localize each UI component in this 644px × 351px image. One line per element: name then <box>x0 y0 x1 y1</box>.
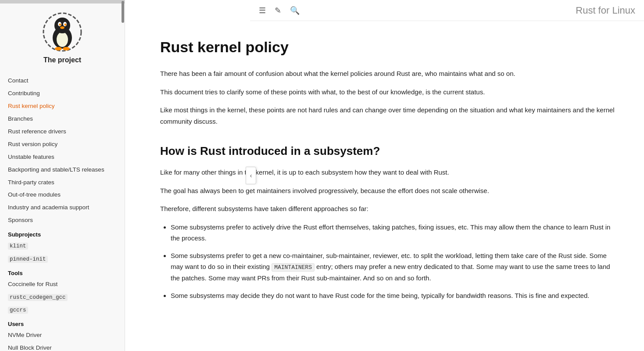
menu-icon[interactable]: ☰ <box>259 6 266 15</box>
collapse-sidebar-button[interactable]: ‹ <box>246 167 256 184</box>
section1-para-1: Like for many other things in the kernel… <box>160 167 618 178</box>
list-item: Some subsystems prefer to get a new co-m… <box>171 250 618 284</box>
intro-para-1: There has been a fair amount of confusio… <box>160 68 618 79</box>
sidebar-item-third-party-crates[interactable]: Third-party crates <box>4 176 120 189</box>
main-content: Rust kernel policy There has been a fair… <box>125 21 644 351</box>
sidebar-item-klint[interactable]: klint <box>4 240 120 252</box>
sidebar-item-null-block-driver[interactable]: Null Block Driver <box>4 342 120 351</box>
sidebar-item-backporting[interactable]: Backporting and stable/LTS releases <box>4 164 120 176</box>
sidebar-logo-area: The project <box>0 4 125 75</box>
svg-point-8 <box>60 26 64 29</box>
sidebar-item-nvme-driver[interactable]: NVMe Driver <box>4 329 120 342</box>
main-wrapper: ☰ ✎ 🔍 Rust for Linux ‹ Rust kernel polic… <box>125 0 644 351</box>
list-item: Some subsystems prefer to actively drive… <box>171 222 618 244</box>
section1-title: How is Rust introduced in a subsystem? <box>160 144 618 158</box>
sidebar-item-unstable-features[interactable]: Unstable features <box>4 151 120 164</box>
sidebar-item-branches[interactable]: Branches <box>4 113 120 125</box>
approaches-list: Some subsystems prefer to actively drive… <box>171 222 618 301</box>
users-label: Users <box>4 316 120 329</box>
sidebar-item-rust-version-policy[interactable]: Rust version policy <box>4 138 120 151</box>
sidebar-item-contact[interactable]: Contact <box>4 75 120 87</box>
sidebar-item-rust-kernel-policy[interactable]: Rust kernel policy <box>4 100 120 113</box>
tools-label: Tools <box>4 265 120 278</box>
section1-para-3: Therefore, different subsystems have tak… <box>160 203 618 215</box>
sidebar-item-gccrs[interactable]: gccrs <box>4 304 120 316</box>
intro-para-3: Like most things in the kernel, these po… <box>160 104 618 127</box>
svg-point-3 <box>54 18 70 33</box>
subprojects-label: Subprojects <box>4 227 120 240</box>
svg-point-6 <box>59 24 61 26</box>
tools: Coccinelle for Rustrustc_codegen_gccgccr… <box>4 278 120 316</box>
svg-point-7 <box>64 24 67 26</box>
sidebar-project-title: The project <box>43 56 81 64</box>
sidebar-item-rustcodegen[interactable]: rustc_codegen_gcc <box>4 291 120 304</box>
sidebar-item-coccinelle[interactable]: Coccinelle for Rust <box>4 278 120 291</box>
section1-para-2: The goal has always been to get maintain… <box>160 185 618 197</box>
svg-point-10 <box>63 47 70 50</box>
sidebar-item-out-of-tree-modules[interactable]: Out-of-tree modules <box>4 189 120 201</box>
users: NVMe DriverNull Block DriverAndroid Bind… <box>4 329 120 351</box>
sidebar-item-pinned-init[interactable]: pinned-init <box>4 253 120 265</box>
page-title: Rust kernel policy <box>160 39 618 56</box>
pencil-icon[interactable]: ✎ <box>275 6 281 15</box>
toolbar-title: Rust for Linux <box>576 5 635 16</box>
sidebar-item-contributing[interactable]: Contributing <box>4 87 120 100</box>
tux-logo <box>43 12 82 52</box>
nav-items: ContactContributingRust kernel policyBra… <box>4 75 120 227</box>
sidebar: The project ContactContributingRust kern… <box>0 0 125 351</box>
sidebar-item-industry-academia[interactable]: Industry and academia support <box>4 201 120 214</box>
svg-point-9 <box>55 47 62 50</box>
svg-point-2 <box>57 32 68 47</box>
sidebar-navigation: ContactContributingRust kernel policyBra… <box>0 75 125 351</box>
maintainers-code: MAINTAINERS <box>272 263 315 272</box>
search-icon[interactable]: 🔍 <box>290 6 300 15</box>
sidebar-item-rust-reference-drivers[interactable]: Rust reference drivers <box>4 125 120 138</box>
toolbar: ☰ ✎ 🔍 Rust for Linux <box>250 0 644 21</box>
intro-para-2: This document tries to clarify some of t… <box>160 86 618 98</box>
sidebar-item-sponsors[interactable]: Sponsors <box>4 214 120 227</box>
chevron-left-icon: ‹ <box>250 172 252 179</box>
subprojects: klintpinned-init <box>4 240 120 265</box>
list-item: Some subsystems may decide they do not w… <box>171 290 618 301</box>
